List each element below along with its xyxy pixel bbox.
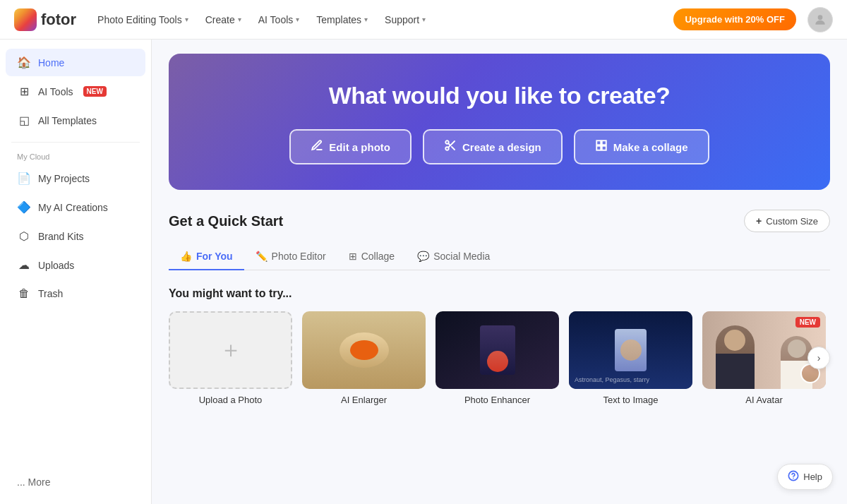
make-collage-button[interactable]: Make a collage xyxy=(574,129,709,164)
trash-icon: 🗑 xyxy=(17,287,31,300)
custom-size-label: Custom Size xyxy=(766,216,818,227)
sidebar-item-uploads[interactable]: ☁ Uploads xyxy=(6,251,145,279)
svg-rect-9 xyxy=(601,146,606,150)
hero-banner: What would you like to create? Edit a ph… xyxy=(169,54,830,190)
collage-icon xyxy=(595,139,608,155)
card-img-text-to-image: Astronaut, Pegasus, starry xyxy=(569,311,692,389)
thumbs-up-icon: 👍 xyxy=(180,251,192,262)
svg-point-0 xyxy=(818,15,823,20)
svg-line-5 xyxy=(448,143,450,145)
cards-row: ＋ Upload a Photo AI E xyxy=(169,311,830,405)
card-img-ai-avatar: NEW xyxy=(702,311,826,389)
upgrade-button[interactable]: Upgrade with 20% OFF xyxy=(673,8,796,30)
tab-collage[interactable]: ⊞ Collage xyxy=(337,244,406,270)
sidebar: 🏠 Home ⊞ AI Tools NEW ◱ All Templates My… xyxy=(0,40,152,504)
brand-icon: ⬡ xyxy=(17,229,31,243)
help-icon xyxy=(788,470,799,484)
edit-photo-label: Edit a photo xyxy=(329,141,390,153)
logo[interactable]: fotor xyxy=(14,8,76,31)
card-label-upload: Upload a Photo xyxy=(169,395,292,405)
cards-container: ＋ Upload a Photo AI E xyxy=(169,311,830,405)
card-img-upload: ＋ xyxy=(169,311,292,389)
create-design-button[interactable]: Create a design xyxy=(423,129,563,164)
svg-rect-8 xyxy=(596,146,601,150)
scroll-right-arrow[interactable]: › xyxy=(807,347,830,369)
card-label-text-to-image: Text to Image xyxy=(569,395,692,405)
tab-photo-editor[interactable]: ✏️ Photo Editor xyxy=(244,244,337,270)
sidebar-item-my-ai-creations[interactable]: 🔷 My AI Creations xyxy=(6,193,145,221)
custom-size-button[interactable]: + Custom Size xyxy=(744,210,830,232)
sidebar-item-more[interactable]: ... More xyxy=(6,469,145,495)
sidebar-divider xyxy=(11,142,140,143)
nav-photo-editing-tools[interactable]: Photo Editing Tools ▾ xyxy=(90,10,196,30)
card-label-photo-enhancer: Photo Enhancer xyxy=(435,395,559,405)
card-upload-photo[interactable]: ＋ Upload a Photo xyxy=(169,311,292,405)
make-collage-label: Make a collage xyxy=(613,141,688,153)
nav-ai-tools[interactable]: AI Tools ▾ xyxy=(251,10,307,30)
nav-support[interactable]: Support ▾ xyxy=(378,10,433,30)
more-label: ... More xyxy=(17,476,50,488)
card-img-photo-enhancer xyxy=(435,311,559,389)
app-body: 🏠 Home ⊞ AI Tools NEW ◱ All Templates My… xyxy=(0,40,847,504)
quick-start-tabs: 👍 For You ✏️ Photo Editor ⊞ Collage 💬 So… xyxy=(169,244,830,270)
try-title: You might want to try... xyxy=(169,287,830,300)
logo-icon xyxy=(14,8,37,31)
card-text-to-image[interactable]: Astronaut, Pegasus, starry Text to Image xyxy=(569,311,692,405)
hero-buttons: Edit a photo Create a design Make a coll… xyxy=(191,129,807,164)
svg-line-4 xyxy=(452,147,455,150)
sidebar-item-ai-tools[interactable]: ⊞ AI Tools NEW xyxy=(6,78,145,105)
sidebar-item-my-projects[interactable]: 📄 My Projects xyxy=(6,164,145,192)
help-button[interactable]: Help xyxy=(777,464,833,490)
app-header: fotor Photo Editing Tools ▾ Create ▾ AI … xyxy=(0,0,847,40)
edit-icon xyxy=(311,139,323,155)
new-badge: NEW xyxy=(83,86,107,97)
social-media-icon: 💬 xyxy=(417,251,429,262)
chevron-down-icon: ▾ xyxy=(296,16,299,23)
home-icon: 🏠 xyxy=(17,56,31,69)
document-icon: 📄 xyxy=(17,172,31,185)
ai-icon: 🔷 xyxy=(17,200,31,214)
logo-text: fotor xyxy=(41,11,76,29)
chevron-down-icon: ▾ xyxy=(185,16,188,23)
sidebar-item-brand-kits[interactable]: ⬡ Brand Kits xyxy=(6,222,145,250)
upload-icon: ☁ xyxy=(17,258,31,272)
card-photo-enhancer[interactable]: Photo Enhancer xyxy=(435,311,559,405)
grid-icon: ⊞ xyxy=(17,85,31,98)
svg-rect-7 xyxy=(601,140,606,145)
card-label-ai-avatar: AI Avatar xyxy=(702,395,826,405)
main-content: What would you like to create? Edit a ph… xyxy=(152,40,847,504)
sidebar-item-home[interactable]: 🏠 Home xyxy=(6,49,145,76)
collage-tab-icon: ⊞ xyxy=(349,251,357,262)
new-badge: NEW xyxy=(795,317,820,328)
svg-rect-6 xyxy=(596,140,601,145)
chevron-down-icon: ▾ xyxy=(364,16,368,23)
create-design-label: Create a design xyxy=(462,141,541,153)
scissors-icon xyxy=(444,139,457,155)
chevron-down-icon: ▾ xyxy=(422,16,426,23)
avatar[interactable] xyxy=(807,7,833,32)
plus-icon: + xyxy=(756,215,762,227)
chevron-down-icon: ▾ xyxy=(238,16,241,23)
help-label: Help xyxy=(803,472,822,482)
sidebar-item-trash[interactable]: 🗑 Trash xyxy=(6,280,145,307)
hero-title: What would you like to create? xyxy=(191,82,807,109)
layers-icon: ◱ xyxy=(17,114,31,127)
nav-templates[interactable]: Templates ▾ xyxy=(309,10,375,30)
card-ai-enlarger[interactable]: AI Enlarger xyxy=(302,311,426,405)
tab-for-you[interactable]: 👍 For You xyxy=(169,244,244,270)
quick-start-title: Get a Quick Start xyxy=(169,213,283,229)
card-img-ai-enlarger xyxy=(302,311,426,389)
main-nav: Photo Editing Tools ▾ Create ▾ AI Tools … xyxy=(90,10,433,30)
nav-create[interactable]: Create ▾ xyxy=(198,10,248,30)
quick-start-header: Get a Quick Start + Custom Size xyxy=(169,210,830,232)
photo-editor-icon: ✏️ xyxy=(256,251,268,262)
sidebar-item-all-templates[interactable]: ◱ All Templates xyxy=(6,107,145,134)
plus-icon: ＋ xyxy=(220,335,242,366)
card-label-ai-enlarger: AI Enlarger xyxy=(302,395,426,405)
tab-social-media[interactable]: 💬 Social Media xyxy=(406,244,501,270)
edit-photo-button[interactable]: Edit a photo xyxy=(289,129,412,164)
my-cloud-label: My Cloud xyxy=(0,150,151,164)
